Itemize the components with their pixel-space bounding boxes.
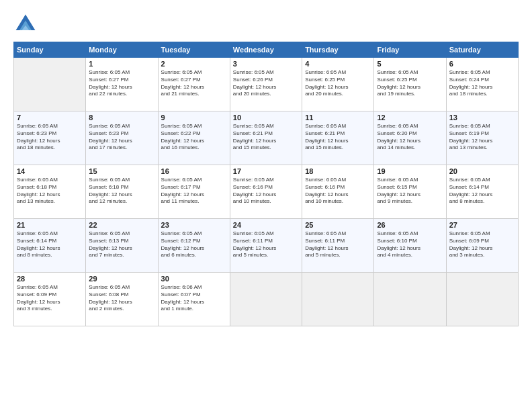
day-cell: 11Sunrise: 6:05 AM Sunset: 6:21 PM Dayli…: [302, 111, 374, 165]
day-number: 5: [377, 60, 443, 68]
day-number: 7: [17, 113, 83, 122]
day-cell: 7Sunrise: 6:05 AM Sunset: 6:23 PM Daylig…: [14, 111, 86, 165]
day-info: Sunrise: 6:05 AM Sunset: 6:20 PM Dayligh…: [377, 123, 443, 152]
day-cell: 4Sunrise: 6:05 AM Sunset: 6:25 PM Daylig…: [302, 58, 374, 111]
day-info: Sunrise: 6:05 AM Sunset: 6:21 PM Dayligh…: [233, 123, 299, 152]
day-number: 28: [17, 275, 83, 283]
day-info: Sunrise: 6:05 AM Sunset: 6:25 PM Dayligh…: [377, 69, 443, 98]
day-number: 26: [377, 221, 443, 229]
day-info: Sunrise: 6:05 AM Sunset: 6:17 PM Dayligh…: [161, 177, 227, 205]
calendar-table: SundayMondayTuesdayWednesdayThursdayFrid…: [13, 42, 519, 326]
logo-icon: [13, 12, 38, 36]
day-cell: 15Sunrise: 6:05 AM Sunset: 6:18 PM Dayli…: [86, 165, 158, 219]
day-info: Sunrise: 6:05 AM Sunset: 6:27 PM Dayligh…: [161, 69, 227, 98]
day-number: 9: [161, 113, 227, 122]
day-number: 21: [17, 221, 83, 229]
day-cell: 18Sunrise: 6:05 AM Sunset: 6:16 PM Dayli…: [302, 165, 374, 219]
header-row: SundayMondayTuesdayWednesdayThursdayFrid…: [14, 42, 519, 58]
day-info: Sunrise: 6:05 AM Sunset: 6:12 PM Dayligh…: [161, 230, 227, 259]
day-info: Sunrise: 6:05 AM Sunset: 6:21 PM Dayligh…: [305, 123, 371, 152]
day-info: Sunrise: 6:05 AM Sunset: 6:11 PM Dayligh…: [233, 230, 299, 259]
day-info: Sunrise: 6:05 AM Sunset: 6:27 PM Dayligh…: [89, 69, 154, 98]
day-info: Sunrise: 6:05 AM Sunset: 6:19 PM Dayligh…: [449, 123, 515, 152]
week-row-3: 21Sunrise: 6:05 AM Sunset: 6:14 PM Dayli…: [14, 219, 519, 273]
day-info: Sunrise: 6:05 AM Sunset: 6:14 PM Dayligh…: [17, 230, 83, 259]
day-cell: 20Sunrise: 6:05 AM Sunset: 6:14 PM Dayli…: [446, 165, 518, 219]
day-info: Sunrise: 6:05 AM Sunset: 6:24 PM Dayligh…: [449, 69, 515, 98]
day-cell: 1Sunrise: 6:05 AM Sunset: 6:27 PM Daylig…: [86, 58, 158, 111]
day-number: 14: [17, 167, 83, 175]
day-number: 24: [233, 221, 299, 229]
day-info: Sunrise: 6:05 AM Sunset: 6:15 PM Dayligh…: [377, 177, 443, 205]
day-cell: 22Sunrise: 6:05 AM Sunset: 6:13 PM Dayli…: [86, 219, 158, 273]
day-cell: [230, 273, 302, 326]
day-number: 22: [89, 221, 154, 229]
day-cell: 16Sunrise: 6:05 AM Sunset: 6:17 PM Dayli…: [158, 165, 230, 219]
day-number: 1: [89, 60, 154, 68]
day-number: 11: [305, 113, 371, 122]
day-info: Sunrise: 6:05 AM Sunset: 6:22 PM Dayligh…: [161, 123, 227, 152]
day-cell: 21Sunrise: 6:05 AM Sunset: 6:14 PM Dayli…: [14, 219, 86, 273]
day-number: 15: [89, 167, 154, 175]
day-cell: 13Sunrise: 6:05 AM Sunset: 6:19 PM Dayli…: [446, 111, 518, 165]
day-info: Sunrise: 6:06 AM Sunset: 6:07 PM Dayligh…: [161, 284, 227, 313]
day-number: 19: [377, 167, 443, 175]
day-info: Sunrise: 6:05 AM Sunset: 6:16 PM Dayligh…: [305, 177, 371, 205]
week-row-0: 1Sunrise: 6:05 AM Sunset: 6:27 PM Daylig…: [14, 58, 519, 111]
day-cell: 29Sunrise: 6:05 AM Sunset: 6:08 PM Dayli…: [86, 273, 158, 326]
day-cell: 14Sunrise: 6:05 AM Sunset: 6:18 PM Dayli…: [14, 165, 86, 219]
day-number: 17: [233, 167, 299, 175]
day-cell: 27Sunrise: 6:05 AM Sunset: 6:09 PM Dayli…: [446, 219, 518, 273]
week-row-2: 14Sunrise: 6:05 AM Sunset: 6:18 PM Dayli…: [14, 165, 519, 219]
header-cell-sunday: Sunday: [14, 42, 86, 58]
day-info: Sunrise: 6:05 AM Sunset: 6:13 PM Dayligh…: [89, 230, 154, 259]
day-number: 27: [449, 221, 515, 229]
page: SundayMondayTuesdayWednesdayThursdayFrid…: [0, 0, 532, 411]
day-cell: 23Sunrise: 6:05 AM Sunset: 6:12 PM Dayli…: [158, 219, 230, 273]
day-cell: [374, 273, 446, 326]
day-cell: 28Sunrise: 6:05 AM Sunset: 6:09 PM Dayli…: [14, 273, 86, 326]
day-cell: 2Sunrise: 6:05 AM Sunset: 6:27 PM Daylig…: [158, 58, 230, 111]
header-cell-monday: Monday: [86, 42, 158, 58]
day-cell: 17Sunrise: 6:05 AM Sunset: 6:16 PM Dayli…: [230, 165, 302, 219]
day-info: Sunrise: 6:05 AM Sunset: 6:10 PM Dayligh…: [377, 230, 443, 259]
day-info: Sunrise: 6:05 AM Sunset: 6:23 PM Dayligh…: [17, 123, 83, 152]
day-number: 6: [449, 60, 515, 68]
header-cell-thursday: Thursday: [302, 42, 374, 58]
day-cell: 8Sunrise: 6:05 AM Sunset: 6:23 PM Daylig…: [86, 111, 158, 165]
day-cell: 5Sunrise: 6:05 AM Sunset: 6:25 PM Daylig…: [374, 58, 446, 111]
day-cell: 30Sunrise: 6:06 AM Sunset: 6:07 PM Dayli…: [158, 273, 230, 326]
week-row-4: 28Sunrise: 6:05 AM Sunset: 6:09 PM Dayli…: [14, 273, 519, 326]
day-number: 10: [233, 113, 299, 122]
day-info: Sunrise: 6:05 AM Sunset: 6:09 PM Dayligh…: [17, 284, 83, 313]
header-cell-tuesday: Tuesday: [158, 42, 230, 58]
header-cell-wednesday: Wednesday: [230, 42, 302, 58]
day-number: 12: [377, 113, 443, 122]
day-info: Sunrise: 6:05 AM Sunset: 6:08 PM Dayligh…: [89, 284, 154, 313]
day-number: 4: [305, 60, 371, 68]
header-cell-saturday: Saturday: [446, 42, 518, 58]
day-number: 3: [233, 60, 299, 68]
day-number: 18: [305, 167, 371, 175]
week-row-1: 7Sunrise: 6:05 AM Sunset: 6:23 PM Daylig…: [14, 111, 519, 165]
day-info: Sunrise: 6:05 AM Sunset: 6:11 PM Dayligh…: [305, 230, 371, 259]
day-info: Sunrise: 6:05 AM Sunset: 6:25 PM Dayligh…: [305, 69, 371, 98]
day-info: Sunrise: 6:05 AM Sunset: 6:18 PM Dayligh…: [17, 177, 83, 205]
day-number: 25: [305, 221, 371, 229]
day-info: Sunrise: 6:05 AM Sunset: 6:26 PM Dayligh…: [233, 69, 299, 98]
day-cell: 26Sunrise: 6:05 AM Sunset: 6:10 PM Dayli…: [374, 219, 446, 273]
day-info: Sunrise: 6:05 AM Sunset: 6:09 PM Dayligh…: [449, 230, 515, 259]
day-cell: 19Sunrise: 6:05 AM Sunset: 6:15 PM Dayli…: [374, 165, 446, 219]
day-cell: [302, 273, 374, 326]
day-cell: 9Sunrise: 6:05 AM Sunset: 6:22 PM Daylig…: [158, 111, 230, 165]
day-cell: 3Sunrise: 6:05 AM Sunset: 6:26 PM Daylig…: [230, 58, 302, 111]
header-cell-friday: Friday: [374, 42, 446, 58]
day-cell: 24Sunrise: 6:05 AM Sunset: 6:11 PM Dayli…: [230, 219, 302, 273]
header: [13, 12, 519, 36]
day-number: 20: [449, 167, 515, 175]
day-cell: [446, 273, 518, 326]
day-number: 13: [449, 113, 515, 122]
day-number: 2: [161, 60, 227, 68]
day-number: 16: [161, 167, 227, 175]
day-cell: 6Sunrise: 6:05 AM Sunset: 6:24 PM Daylig…: [446, 58, 518, 111]
